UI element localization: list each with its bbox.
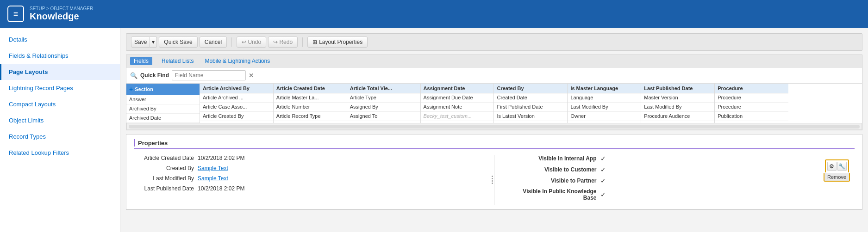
remove-icon-button-1[interactable]: ⚙ [827,162,837,171]
field-item[interactable]: Last Modified By [568,103,641,112]
breadcrumb-setup: SETUP [30,6,45,11]
field-item[interactable]: Becky_test_custom... [421,112,494,121]
col8-header-label: Procedure [718,85,743,91]
field-item[interactable]: Article Created By [200,112,273,121]
prop-label-visible-partner: Visible to Partner [513,177,597,184]
undo-icon: ↩ [242,39,246,45]
field-item[interactable]: Publication [715,112,788,121]
prop-check-visible-internal: ✓ [600,155,606,162]
toolbar: Save ▾ Quick Save Cancel ↩ Undo ↪ Redo ⊞… [126,33,862,51]
search-icon: 🔍 [130,72,137,79]
breadcrumb-object-manager[interactable]: OBJECT MANAGER [50,6,94,11]
scroll-track[interactable] [129,125,860,128]
prop-label-visible-internal: Visible In Internal App [513,155,597,162]
sidebar-item-object-limits[interactable]: Object Limits [0,112,120,128]
field-header-section: + Section [126,84,200,95]
drag-handle[interactable] [491,155,494,205]
horizontal-scrollbar[interactable] [126,123,862,130]
save-button[interactable]: Save [131,37,150,48]
section-header-label: Section [135,86,153,92]
col2-header-label: Article Created Date [276,85,325,91]
add-section-icon: + [129,85,133,93]
field-item[interactable]: Article Case Asso... [200,103,273,112]
prop-label-last-modified-by: Last Modified By [134,175,194,182]
redo-button[interactable]: ↪ Redo [268,37,298,48]
drag-dot [492,176,493,177]
page-title: Knowledge [30,11,93,22]
sidebar-item-lightning-record-pages[interactable]: Lightning Record Pages [0,80,120,96]
field-item[interactable]: First Published Date [494,103,567,112]
layers-icon: ≡ [13,9,19,19]
properties-title-label: Properties [138,140,168,147]
field-item[interactable]: Master Version [641,93,714,103]
field-item[interactable]: Answer [126,95,200,104]
properties-left: Article Created Date 10/2/2018 2:02 PM C… [134,155,494,205]
quick-save-button[interactable]: Quick Save [159,37,197,48]
prop-row-created-by: Created By Sample Text [134,165,476,171]
breadcrumb: SETUP > OBJECT MANAGER [30,6,93,11]
quick-find-label: Quick Find [140,72,169,79]
sidebar-item-details[interactable]: Details [0,31,120,48]
clear-search-button[interactable]: ✕ [249,72,254,79]
tab-fields[interactable]: Fields [130,57,152,65]
field-item[interactable]: Archived By [126,104,200,114]
col5-header-label: Created By [497,85,524,91]
prop-label-visible-customer: Visible to Customer [513,166,597,173]
field-column-created-by: Created By Created Date First Published … [494,84,568,123]
field-header-article-total-views: Article Total Vie... [347,84,420,93]
prop-check-visible-public: ✓ [600,191,606,198]
properties-panel: Properties Article Created Date 10/2/201… [126,134,862,210]
field-item[interactable]: Assignment Due Date [421,93,494,103]
layout-properties-button[interactable]: ⊞ Layout Properties [307,37,368,48]
prop-row-article-created-date: Article Created Date 10/2/2018 2:02 PM [134,155,476,161]
sidebar-item-page-layouts[interactable]: Page Layouts [0,64,120,80]
sidebar-item-record-types[interactable]: Record Types [0,128,120,145]
field-item[interactable]: Procedure [715,103,788,112]
cancel-button[interactable]: Cancel [200,37,227,48]
prop-row-visible-customer: Visible to Customer ✓ [513,166,855,173]
field-item[interactable]: Article Archived ... [200,93,273,103]
field-item[interactable]: Article Record Type [274,112,347,121]
dropdown-arrow-icon: ▾ [152,39,155,45]
field-item[interactable]: Created Date [494,93,567,103]
prop-label-article-created-date: Article Created Date [134,155,194,161]
remove-icon-button-2[interactable]: 🔧 [837,162,847,171]
remove-wrench-icon: 🔧 [838,163,845,170]
field-item[interactable]: Is Latest Version [494,112,567,121]
tab-mobile-actions[interactable]: Mobile & Lightning Actions [203,57,272,65]
sidebar-item-compact-layouts[interactable]: Compact Layouts [0,96,120,112]
fields-panel-header: Fields Related Lists Mobile & Lightning … [126,55,862,67]
field-item[interactable]: Assigned To [347,112,420,121]
quick-find-input[interactable] [172,70,246,80]
tab-related-lists[interactable]: Related Lists [160,57,195,65]
field-item[interactable]: Article Master La... [274,93,347,103]
sidebar-item-fields[interactable]: Fields & Relationships [0,48,120,64]
field-item[interactable]: Archived Date [126,114,200,123]
remove-button[interactable]: Remove [824,173,850,182]
col7-header-label: Last Published Date [644,85,693,91]
prop-row-last-published-date: Last Published Date 10/2/2018 2:02 PM [134,185,476,192]
field-column-article-total-views: Article Total Vie... Article Type Assign… [347,84,421,123]
field-column-last-published-date: Last Published Date Master Version Last … [641,84,715,123]
field-item[interactable]: Procedure Audience [641,112,714,121]
last-modified-by-link[interactable]: Sample Text [198,175,228,182]
field-item[interactable]: Article Number [274,103,347,112]
undo-button[interactable]: ↩ Undo [237,37,266,48]
field-item[interactable]: Owner [568,112,641,121]
breadcrumb-sep: > [46,6,50,11]
properties-grid: Article Created Date 10/2/2018 2:02 PM C… [134,155,855,205]
toolbar-separator [231,37,232,47]
created-by-link[interactable]: Sample Text [198,165,228,171]
field-item[interactable]: Assignment Note [421,103,494,112]
sidebar-item-related-lookup-filters[interactable]: Related Lookup Filters [0,145,120,161]
quick-find-bar: 🔍 Quick Find ✕ [126,67,862,84]
field-item[interactable]: Article Type [347,93,420,103]
field-column-procedure: Procedure Procedure Procedure Publicatio… [715,84,788,123]
field-item[interactable]: Assigned By [347,103,420,112]
field-item[interactable]: Language [568,93,641,103]
save-dropdown-button[interactable]: ▾ [150,37,157,48]
field-item[interactable]: Last Modified By [641,103,714,112]
redo-icon: ↪ [273,39,278,45]
remove-area: ⚙ 🔧 Remove [824,159,850,182]
field-item[interactable]: Procedure [715,93,788,103]
